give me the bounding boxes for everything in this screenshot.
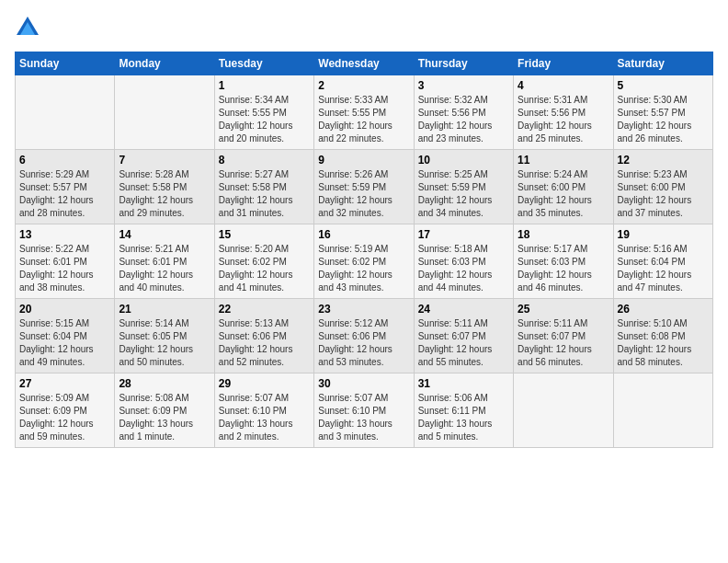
weekday-row: SundayMondayTuesdayWednesdayThursdayFrid… — [16, 52, 713, 75]
day-number: 1 — [219, 79, 310, 92]
day-number: 6 — [19, 154, 110, 167]
calendar-cell: 29Sunrise: 5:07 AM Sunset: 6:10 PM Dayli… — [214, 373, 313, 448]
cell-content: Sunrise: 5:06 AM Sunset: 6:11 PM Dayligh… — [418, 392, 509, 443]
day-number: 14 — [119, 228, 210, 241]
cell-content: Sunrise: 5:30 AM Sunset: 5:57 PM Dayligh… — [618, 94, 709, 145]
day-number: 15 — [219, 228, 310, 241]
weekday-header-sunday: Sunday — [16, 52, 115, 75]
day-number: 12 — [618, 154, 709, 167]
cell-content: Sunrise: 5:20 AM Sunset: 6:02 PM Dayligh… — [219, 243, 310, 294]
cell-content: Sunrise: 5:11 AM Sunset: 6:07 PM Dayligh… — [418, 317, 509, 369]
calendar-cell: 19Sunrise: 5:16 AM Sunset: 6:04 PM Dayli… — [613, 224, 712, 299]
cell-content: Sunrise: 5:10 AM Sunset: 6:08 PM Dayligh… — [618, 317, 709, 369]
cell-content: Sunrise: 5:15 AM Sunset: 6:04 PM Dayligh… — [19, 317, 110, 369]
calendar-cell: 7Sunrise: 5:28 AM Sunset: 5:58 PM Daylig… — [115, 150, 214, 224]
cell-content: Sunrise: 5:34 AM Sunset: 5:55 PM Dayligh… — [219, 94, 310, 145]
calendar-table: SundayMondayTuesdayWednesdayThursdayFrid… — [15, 52, 713, 448]
calendar-cell: 12Sunrise: 5:23 AM Sunset: 6:00 PM Dayli… — [613, 150, 712, 224]
cell-content: Sunrise: 5:24 AM Sunset: 6:00 PM Dayligh… — [518, 168, 609, 220]
cell-content: Sunrise: 5:27 AM Sunset: 5:58 PM Dayligh… — [219, 168, 310, 220]
cell-content: Sunrise: 5:28 AM Sunset: 5:58 PM Dayligh… — [119, 168, 210, 220]
day-number: 28 — [119, 377, 210, 390]
day-number: 20 — [19, 303, 110, 316]
calendar-cell: 26Sunrise: 5:10 AM Sunset: 6:08 PM Dayli… — [613, 299, 712, 373]
calendar-cell: 13Sunrise: 5:22 AM Sunset: 6:01 PM Dayli… — [16, 224, 115, 299]
day-number: 10 — [418, 154, 509, 167]
calendar-body: 1Sunrise: 5:34 AM Sunset: 5:55 PM Daylig… — [16, 75, 713, 448]
cell-content: Sunrise: 5:32 AM Sunset: 5:56 PM Dayligh… — [418, 94, 509, 145]
cell-content: Sunrise: 5:31 AM Sunset: 5:56 PM Dayligh… — [518, 94, 609, 145]
day-number: 26 — [618, 303, 709, 316]
calendar-cell: 15Sunrise: 5:20 AM Sunset: 6:02 PM Dayli… — [214, 224, 313, 299]
day-number: 16 — [318, 228, 409, 241]
day-number: 25 — [518, 303, 609, 316]
calendar-cell: 24Sunrise: 5:11 AM Sunset: 6:07 PM Dayli… — [414, 299, 513, 373]
cell-content: Sunrise: 5:07 AM Sunset: 6:10 PM Dayligh… — [318, 392, 409, 443]
cell-content: Sunrise: 5:12 AM Sunset: 6:06 PM Dayligh… — [318, 317, 409, 369]
calendar-cell — [514, 373, 613, 448]
weekday-header-monday: Monday — [115, 52, 214, 75]
calendar-cell: 16Sunrise: 5:19 AM Sunset: 6:02 PM Dayli… — [314, 224, 414, 299]
cell-content: Sunrise: 5:09 AM Sunset: 6:09 PM Dayligh… — [19, 392, 110, 443]
cell-content: Sunrise: 5:18 AM Sunset: 6:03 PM Dayligh… — [418, 243, 509, 294]
week-row-3: 13Sunrise: 5:22 AM Sunset: 6:01 PM Dayli… — [16, 224, 713, 299]
day-number: 2 — [318, 79, 409, 92]
cell-content: Sunrise: 5:26 AM Sunset: 5:59 PM Dayligh… — [318, 168, 409, 220]
calendar-header: SundayMondayTuesdayWednesdayThursdayFrid… — [16, 52, 713, 75]
calendar-cell: 8Sunrise: 5:27 AM Sunset: 5:58 PM Daylig… — [214, 150, 313, 224]
week-row-4: 20Sunrise: 5:15 AM Sunset: 6:04 PM Dayli… — [16, 299, 713, 373]
calendar-cell: 9Sunrise: 5:26 AM Sunset: 5:59 PM Daylig… — [314, 150, 414, 224]
day-number: 4 — [518, 79, 609, 92]
calendar-cell: 3Sunrise: 5:32 AM Sunset: 5:56 PM Daylig… — [414, 75, 513, 150]
day-number: 5 — [618, 79, 709, 92]
cell-content: Sunrise: 5:23 AM Sunset: 6:00 PM Dayligh… — [618, 168, 709, 220]
calendar-cell: 10Sunrise: 5:25 AM Sunset: 5:59 PM Dayli… — [414, 150, 513, 224]
day-number: 19 — [618, 228, 709, 241]
cell-content: Sunrise: 5:21 AM Sunset: 6:01 PM Dayligh… — [119, 243, 210, 294]
weekday-header-tuesday: Tuesday — [214, 52, 313, 75]
weekday-header-friday: Friday — [514, 52, 613, 75]
day-number: 31 — [418, 377, 509, 390]
day-number: 3 — [418, 79, 509, 92]
day-number: 29 — [219, 377, 310, 390]
day-number: 7 — [119, 154, 210, 167]
weekday-header-thursday: Thursday — [414, 52, 513, 75]
calendar-cell: 17Sunrise: 5:18 AM Sunset: 6:03 PM Dayli… — [414, 224, 513, 299]
calendar-cell: 4Sunrise: 5:31 AM Sunset: 5:56 PM Daylig… — [514, 75, 613, 150]
day-number: 23 — [318, 303, 409, 316]
cell-content: Sunrise: 5:07 AM Sunset: 6:10 PM Dayligh… — [219, 392, 310, 443]
calendar-cell: 6Sunrise: 5:29 AM Sunset: 5:57 PM Daylig… — [16, 150, 115, 224]
calendar-cell — [16, 75, 115, 150]
day-number: 9 — [318, 154, 409, 167]
calendar-cell: 22Sunrise: 5:13 AM Sunset: 6:06 PM Dayli… — [214, 299, 313, 373]
week-row-2: 6Sunrise: 5:29 AM Sunset: 5:57 PM Daylig… — [16, 150, 713, 224]
day-number: 24 — [418, 303, 509, 316]
cell-content: Sunrise: 5:29 AM Sunset: 5:57 PM Dayligh… — [19, 168, 110, 220]
calendar-cell: 21Sunrise: 5:14 AM Sunset: 6:05 PM Dayli… — [115, 299, 214, 373]
weekday-header-saturday: Saturday — [613, 52, 712, 75]
day-number: 8 — [219, 154, 310, 167]
calendar-cell: 30Sunrise: 5:07 AM Sunset: 6:10 PM Dayli… — [314, 373, 414, 448]
cell-content: Sunrise: 5:16 AM Sunset: 6:04 PM Dayligh… — [618, 243, 709, 294]
day-number: 18 — [518, 228, 609, 241]
calendar-cell: 11Sunrise: 5:24 AM Sunset: 6:00 PM Dayli… — [514, 150, 613, 224]
logo — [15, 15, 44, 40]
cell-content: Sunrise: 5:25 AM Sunset: 5:59 PM Dayligh… — [418, 168, 509, 220]
calendar-cell — [115, 75, 214, 150]
calendar-cell — [613, 373, 712, 448]
cell-content: Sunrise: 5:11 AM Sunset: 6:07 PM Dayligh… — [518, 317, 609, 369]
calendar-cell: 28Sunrise: 5:08 AM Sunset: 6:09 PM Dayli… — [115, 373, 214, 448]
cell-content: Sunrise: 5:19 AM Sunset: 6:02 PM Dayligh… — [318, 243, 409, 294]
day-number: 21 — [119, 303, 210, 316]
day-number: 11 — [518, 154, 609, 167]
cell-content: Sunrise: 5:33 AM Sunset: 5:55 PM Dayligh… — [318, 94, 409, 145]
cell-content: Sunrise: 5:22 AM Sunset: 6:01 PM Dayligh… — [19, 243, 110, 294]
calendar-cell: 31Sunrise: 5:06 AM Sunset: 6:11 PM Dayli… — [414, 373, 513, 448]
weekday-header-wednesday: Wednesday — [314, 52, 414, 75]
cell-content: Sunrise: 5:13 AM Sunset: 6:06 PM Dayligh… — [219, 317, 310, 369]
calendar-cell: 20Sunrise: 5:15 AM Sunset: 6:04 PM Dayli… — [16, 299, 115, 373]
day-number: 13 — [19, 228, 110, 241]
calendar-cell: 5Sunrise: 5:30 AM Sunset: 5:57 PM Daylig… — [613, 75, 712, 150]
cell-content: Sunrise: 5:08 AM Sunset: 6:09 PM Dayligh… — [119, 392, 210, 443]
calendar-cell: 23Sunrise: 5:12 AM Sunset: 6:06 PM Dayli… — [314, 299, 414, 373]
